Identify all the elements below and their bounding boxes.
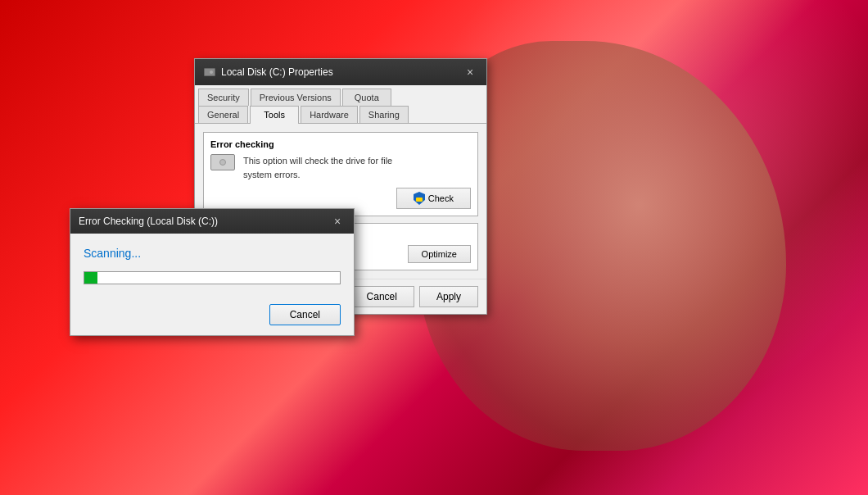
tab-hardware[interactable]: Hardware [301,106,358,123]
error-checking-content: This option will check the drive for fil… [210,154,471,181]
error-dialog-content: Scanning... [70,234,354,304]
error-checking-section: Error checking This option will check th… [203,132,478,216]
tabs-bottom-row: General Tools Hardware Sharing [195,106,486,124]
error-dialog-title: Error Checking (Local Disk (C:)) [79,216,218,227]
error-dialog-titlebar: Error Checking (Local Disk (C:)) × [70,209,354,234]
tabs-container: Security Previous Versions Quota General… [195,85,486,124]
error-dialog-footer: Cancel [70,304,354,335]
progress-bar-fill [84,272,97,284]
optimize-button[interactable]: Optimize [408,245,471,263]
error-cancel-button[interactable]: Cancel [269,304,341,325]
properties-titlebar: Local Disk (C:) Properties × [195,59,486,85]
error-checking-description: This option will check the drive for fil… [243,154,392,181]
drive-icon [210,154,237,177]
apply-button[interactable]: Apply [419,286,478,307]
tabs-top-row: Security Previous Versions Quota [195,85,486,106]
tab-security[interactable]: Security [198,89,249,106]
properties-close-button[interactable]: × [462,64,478,80]
properties-title: Local Disk (C:) Properties [221,66,333,78]
tab-tools[interactable]: Tools [250,106,299,124]
check-button[interactable]: Check [396,188,471,209]
titlebar-left: Local Disk (C:) Properties [203,66,333,79]
shield-check-icon [414,192,425,205]
error-checking-dialog: Error Checking (Local Disk (C:)) × Scann… [70,208,355,336]
tab-sharing[interactable]: Sharing [359,106,409,123]
svg-rect-1 [416,198,423,202]
scanning-text: Scanning... [84,247,341,260]
tab-quota[interactable]: Quota [342,89,391,106]
cancel-button[interactable]: Cancel [350,286,414,307]
error-checking-title: Error checking [210,139,471,149]
check-button-row: Check [210,188,471,209]
drive-icon-body [210,154,235,170]
progress-bar-container [84,271,341,284]
tab-previous-versions[interactable]: Previous Versions [251,89,341,106]
hdd-title-icon [203,66,216,79]
drive-icon-circle [219,159,226,166]
tab-general[interactable]: General [198,106,248,123]
error-dialog-close-button[interactable]: × [329,213,346,229]
